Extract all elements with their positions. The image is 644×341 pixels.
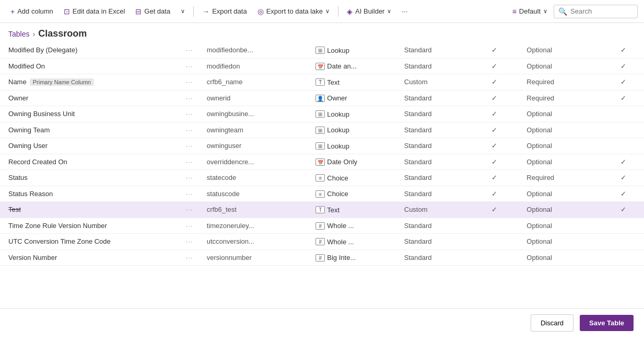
row-options-button[interactable]: ··· (177, 234, 202, 250)
save-table-button[interactable]: Save Table (580, 315, 634, 331)
tables-link[interactable]: Tables (8, 30, 29, 38)
row-options-button[interactable]: ··· (177, 249, 202, 266)
check-mark: ✓ (620, 190, 626, 198)
custom-cell: Standard (399, 138, 467, 154)
column-name: Modified By (Delegate) (8, 46, 77, 54)
check-mark: ✓ (620, 206, 626, 213)
table-row[interactable]: Modified By (Delegate) ··· modifiedonbe.… (0, 42, 644, 58)
managed-cell: ✓ (603, 58, 644, 74)
requirement-cell: Optional (521, 122, 603, 138)
row-options-button[interactable]: ··· (177, 202, 202, 218)
logical-name-cell: owninguser (202, 138, 311, 154)
row-options-button[interactable]: ··· (177, 170, 202, 186)
table-row[interactable]: Owning Team ··· owningteam ⊞ Lookup Stan… (0, 122, 644, 138)
lake-icon: ◎ (257, 7, 264, 16)
column-name: Test (8, 206, 21, 213)
table-row[interactable]: Status Reason ··· statuscode ≡ Choice St… (0, 186, 644, 202)
name-cell: UTC Conversion Time Zone Code (0, 234, 177, 250)
type-icon-wrapper: # Whole ... (315, 222, 354, 230)
custom-cell: Standard (399, 186, 467, 202)
searchable-cell: ✓ (467, 202, 521, 218)
name-cell: Status (0, 170, 177, 186)
table-row[interactable]: Time Zone Rule Version Number ··· timezo… (0, 218, 644, 234)
logical-name-cell: crfb6_name (202, 74, 311, 90)
name-cell: Modified On (0, 58, 177, 74)
searchable-cell: ✓ (467, 74, 521, 90)
row-options-button[interactable]: ··· (177, 122, 202, 138)
custom-cell: Standard (399, 42, 467, 58)
search-input[interactable] (570, 7, 633, 15)
custom-cell: Standard (399, 170, 467, 186)
searchable-cell: ✓ (467, 186, 521, 202)
type-icon: 📅 (315, 63, 325, 70)
primary-badge: Primary Name Column (30, 78, 94, 86)
name-cell: Time Zone Rule Version Number (0, 218, 177, 234)
export-data-label: Export data (212, 7, 247, 15)
table-row[interactable]: Owning Business Unit ··· owningbusine...… (0, 106, 644, 122)
custom-cell: Custom (399, 74, 467, 90)
type-cell: 📅 Date Only (310, 154, 399, 170)
type-cell: ≡ Choice (310, 170, 399, 186)
row-options-button[interactable]: ··· (177, 106, 202, 122)
row-options-button[interactable]: ··· (177, 138, 202, 154)
table-row[interactable]: Owning User ··· owninguser ⊞ Lookup Stan… (0, 138, 644, 154)
check-mark: ✓ (620, 78, 626, 86)
row-options-button[interactable]: ··· (177, 154, 202, 170)
edit-excel-button[interactable]: ⊡ Edit data in Excel (60, 5, 129, 18)
row-options-button[interactable]: ··· (177, 90, 202, 106)
row-options-button[interactable]: ··· (177, 74, 202, 90)
logical-name-cell: timezoneruley... (202, 218, 311, 234)
column-name: Time Zone Rule Version Number (8, 222, 107, 230)
more-button[interactable]: ··· (397, 5, 412, 18)
add-column-button[interactable]: + Add column (6, 5, 57, 18)
row-options-button[interactable]: ··· (177, 42, 202, 58)
table-row[interactable]: Test ··· crfb6_test T Text Custom ✓ Opti… (0, 202, 644, 218)
table-row[interactable]: Owner ··· ownerid 👤 Owner Standard ✓ Req… (0, 90, 644, 106)
searchable-cell (467, 234, 521, 250)
type-cell: T Text (310, 74, 399, 90)
logical-name-cell: ownerid (202, 90, 311, 106)
default-button[interactable]: ≡ Default ∨ (508, 5, 552, 18)
searchable-cell: ✓ (467, 138, 521, 154)
discard-button[interactable]: Discard (531, 314, 573, 332)
export-data-button[interactable]: → Export data (198, 5, 251, 18)
export-lake-button[interactable]: ◎ Export to data lake ∨ (253, 5, 334, 18)
type-icon: # (315, 222, 325, 230)
data-icon: ⊟ (135, 7, 142, 16)
requirement-cell: Required (521, 74, 603, 90)
type-cell: # Big Inte... (310, 249, 399, 266)
column-name: Record Created On (8, 158, 67, 166)
type-icon: ⊞ (315, 47, 325, 54)
custom-cell: Standard (399, 234, 467, 250)
type-icon: ⊞ (315, 127, 325, 134)
check-mark: ✓ (620, 62, 626, 70)
type-cell: ⊞ Lookup (310, 106, 399, 122)
row-options-button[interactable]: ··· (177, 58, 202, 74)
breadcrumb: Tables › Classroom (0, 23, 644, 42)
table-row[interactable]: Record Created On ··· overriddencre... 📅… (0, 154, 644, 170)
table-row[interactable]: NamePrimary Name Column ··· crfb6_name T… (0, 74, 644, 90)
type-icon: T (315, 206, 325, 213)
table-row[interactable]: Version Number ··· versionnumber # Big I… (0, 249, 644, 266)
name-cell: Test (0, 202, 177, 218)
searchable-cell (467, 218, 521, 234)
get-data-dropdown-button[interactable]: ∨ (177, 5, 189, 17)
managed-cell: ✓ (603, 186, 644, 202)
table-row[interactable]: Status ··· statecode ≡ Choice Standard ✓… (0, 170, 644, 186)
table-row[interactable]: Modified On ··· modifiedon 📅 Date an... … (0, 58, 644, 74)
custom-cell: Standard (399, 154, 467, 170)
row-options-button[interactable]: ··· (177, 186, 202, 202)
search-box[interactable]: 🔍 (554, 5, 638, 18)
column-name: UTC Conversion Time Zone Code (8, 237, 111, 245)
table-row[interactable]: UTC Conversion Time Zone Code ··· utccon… (0, 234, 644, 250)
search-icon: 🔍 (558, 7, 567, 16)
custom-cell: Standard (399, 58, 467, 74)
table-container: Modified By (Delegate) ··· modifiedonbe.… (0, 42, 644, 308)
check-mark: ✓ (491, 142, 497, 150)
row-options-button[interactable]: ··· (177, 218, 202, 234)
ai-builder-button[interactable]: ◈ AI Builder ∨ (343, 5, 395, 18)
logical-name-cell: modifiedon (202, 58, 311, 74)
requirement-cell: Optional (521, 58, 603, 74)
type-icon-wrapper: ⊞ Lookup (315, 126, 349, 134)
get-data-button[interactable]: ⊟ Get data (131, 5, 174, 18)
